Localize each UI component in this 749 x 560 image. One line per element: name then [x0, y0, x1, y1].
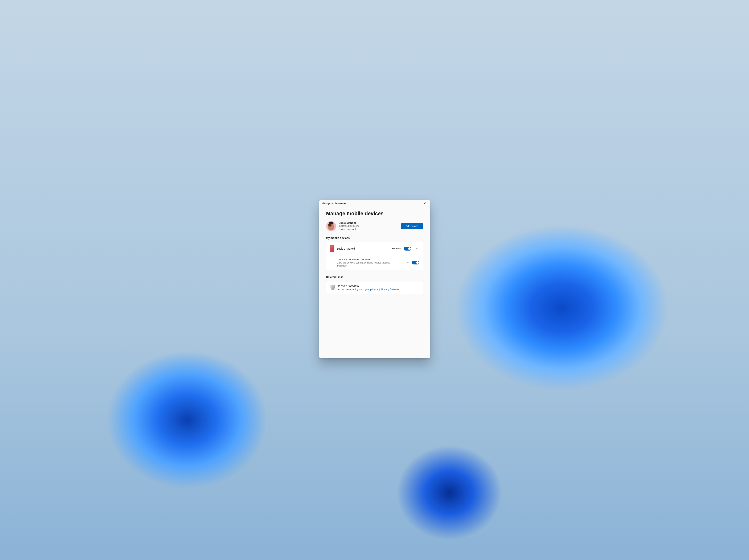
window-content: Manage mobile devices Susie Mendez susie… — [319, 207, 430, 358]
device-header-row[interactable]: Susie's Android Enabled — [326, 242, 423, 255]
camera-toggle[interactable] — [412, 261, 420, 264]
expand-chevron[interactable] — [414, 246, 420, 251]
user-info: Susie Mendez susie@outlook.com Switch ac… — [339, 221, 399, 231]
device-name: Susie's Android — [337, 247, 355, 250]
devices-section-label: My mobile devices — [326, 236, 423, 239]
shield-icon — [330, 285, 335, 290]
privacy-title: Privacy resources — [338, 284, 401, 287]
titlebar: Manage mobile devices — [319, 200, 430, 207]
privacy-text-block: Privacy resources About these settings a… — [338, 284, 401, 291]
close-button[interactable] — [421, 200, 429, 206]
switch-account-link[interactable]: Switch account — [339, 228, 356, 231]
page-title: Manage mobile devices — [326, 211, 423, 217]
window-title: Manage mobile devices — [322, 202, 346, 205]
close-icon — [424, 202, 426, 204]
settings-window: Manage mobile devices Manage mobile devi… — [319, 200, 430, 358]
chevron-up-icon — [415, 247, 418, 250]
device-enabled-toggle[interactable] — [404, 247, 411, 251]
privacy-card: Privacy resources About these settings a… — [326, 281, 423, 294]
phone-icon — [330, 245, 334, 252]
related-links-label: Related Links — [326, 276, 423, 279]
user-account-row: Susie Mendez susie@outlook.com Switch ac… — [326, 221, 423, 231]
avatar — [326, 221, 336, 231]
privacy-statement-link[interactable]: Privacy Statement — [381, 288, 401, 291]
add-device-button[interactable]: Add device — [401, 223, 423, 229]
camera-desc: Make this device's camera available to a… — [337, 261, 392, 267]
device-camera-row: Use as a connected camera Make this devi… — [326, 255, 423, 270]
privacy-about-link[interactable]: About these settings and your privacy — [338, 288, 378, 291]
user-name: Susie Mendez — [339, 221, 399, 224]
camera-state-label: On — [406, 261, 409, 264]
privacy-separator: | — [379, 288, 380, 291]
privacy-row: Privacy resources About these settings a… — [326, 281, 423, 294]
device-enabled-label: Enabled — [391, 247, 401, 250]
device-card: Susie's Android Enabled Use as a connect… — [326, 242, 423, 270]
privacy-links: About these settings and your privacy | … — [338, 287, 401, 291]
camera-text-block: Use as a connected camera Make this devi… — [330, 258, 392, 267]
user-email: susie@outlook.com — [339, 224, 399, 227]
camera-title: Use as a connected camera — [337, 258, 392, 261]
